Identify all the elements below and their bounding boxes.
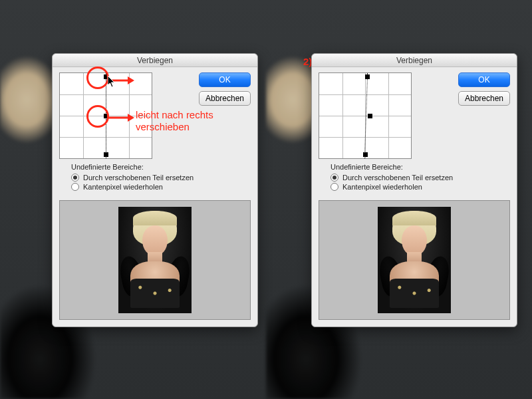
svg-marker-1 [128, 76, 134, 84]
verbiegen-dialog-2: Verbiegen OK Abbrechen Undefinierte Bere… [311, 53, 517, 327]
verbiegen-dialog-1: Verbiegen OK Abbrechen Undefinierte Bere… [52, 53, 258, 327]
radio-repeat[interactable]: Kantenpixel wiederholen [331, 183, 509, 191]
radio-replace[interactable]: Durch verschobenen Teil ersetzen [331, 174, 509, 182]
annotation-circle-top [86, 66, 109, 89]
cursor-icon [108, 76, 117, 88]
warp-handle-bottom[interactable] [363, 152, 368, 157]
preview-area [59, 200, 251, 320]
radio-replace[interactable]: Durch verschobenen Teil ersetzen [71, 174, 249, 182]
dialog-title: Verbiegen [312, 54, 517, 67]
warp-grid[interactable] [319, 72, 412, 159]
radio-icon [331, 174, 338, 182]
radio-repeat[interactable]: Kantenpixel wiederholen [71, 183, 249, 191]
svg-marker-3 [128, 114, 134, 122]
undefined-areas-group: Undefinierte Bereiche: Durch verschobene… [312, 162, 517, 196]
cancel-button[interactable]: Abbrechen [199, 91, 251, 106]
radio-icon [331, 183, 338, 191]
undefined-areas-group: Undefinierte Bereiche: Durch verschobene… [53, 162, 257, 196]
warp-handle-mid[interactable] [368, 114, 372, 118]
preview-area [319, 200, 510, 320]
undefined-areas-label: Undefinierte Bereiche: [331, 163, 509, 171]
annotation-circle-mid [86, 105, 109, 128]
ok-button[interactable]: OK [458, 72, 510, 87]
warp-handle-top[interactable] [365, 74, 370, 79]
radio-repeat-label: Kantenpixel wiederholen [342, 183, 422, 191]
cancel-button[interactable]: Abbrechen [458, 91, 510, 106]
radio-icon [71, 174, 79, 182]
ok-button[interactable]: OK [199, 72, 251, 87]
radio-icon [71, 183, 79, 191]
preview-image [118, 207, 192, 313]
radio-replace-label: Durch verschobenen Teil ersetzen [83, 174, 194, 182]
preview-image [378, 207, 451, 313]
radio-replace-label: Durch verschobenen Teil ersetzen [342, 174, 453, 182]
warp-handle-bottom[interactable] [104, 152, 108, 157]
undefined-areas-label: Undefinierte Bereiche: [71, 163, 249, 171]
dialog-title: Verbiegen [53, 54, 257, 67]
radio-repeat-label: Kantenpixel wiederholen [83, 183, 163, 191]
